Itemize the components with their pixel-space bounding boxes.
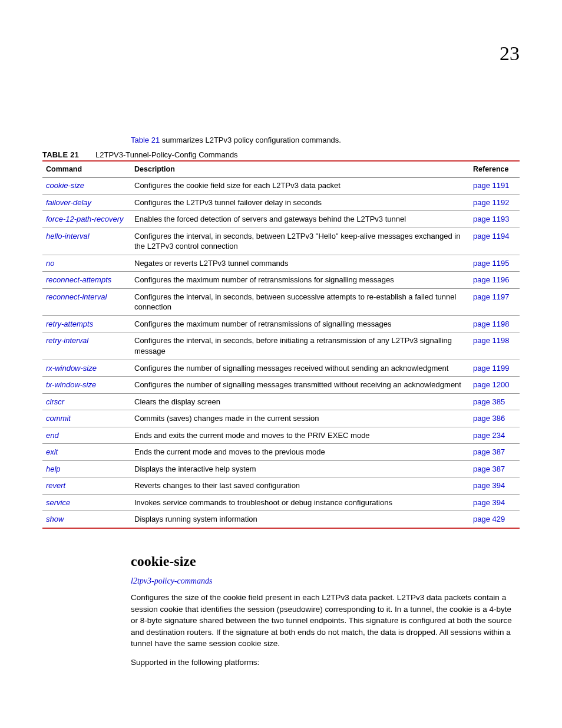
reference-link[interactable]: page 1191: [473, 181, 509, 190]
command-description: Configures the interval, in seconds, bef…: [131, 332, 470, 360]
section-heading: cookie-size: [131, 554, 520, 569]
table-row: endEnds and exits the current mode and m…: [42, 427, 520, 444]
command-link[interactable]: revert: [46, 481, 65, 490]
command-description: Clears the display screen: [131, 393, 470, 410]
table-row: exitEnds the current mode and moves to t…: [42, 444, 520, 461]
th-description: Description: [131, 161, 470, 177]
command-description: Configures the interval, in seconds, bet…: [131, 288, 470, 315]
command-link[interactable]: end: [46, 431, 59, 440]
command-link[interactable]: exit: [46, 447, 58, 456]
command-description: Reverts changes to their last saved conf…: [131, 477, 470, 495]
reference-link[interactable]: page 386: [473, 414, 505, 423]
table-row: reconnect-intervalConfigures the interva…: [42, 288, 520, 315]
table-row: serviceInvokes service commands to troub…: [42, 494, 520, 511]
command-description: Configures the maximum number of retrans…: [131, 272, 470, 289]
command-link[interactable]: service: [46, 498, 70, 507]
command-link[interactable]: reconnect-interval: [46, 292, 107, 301]
intro-rest: summarizes L2TPv3 policy configuration c…: [160, 136, 341, 144]
reference-link[interactable]: page 1195: [473, 259, 509, 268]
command-link[interactable]: cookie-size: [46, 181, 84, 190]
table-caption: TABLE 21 L2TPV3-Tunnel-Policy-Config Com…: [42, 150, 520, 159]
command-link[interactable]: no: [46, 259, 54, 268]
command-link[interactable]: retry-interval: [46, 336, 88, 345]
command-link[interactable]: clrscr: [46, 397, 64, 406]
table-row: rx-window-sizeConfigures the number of s…: [42, 360, 520, 377]
section-sublink[interactable]: l2tpv3-policy-commands: [131, 577, 520, 586]
command-description: Ends the current mode and moves to the p…: [131, 444, 470, 461]
reference-link[interactable]: page 385: [473, 397, 505, 406]
command-description: Commits (saves) changes made in the curr…: [131, 410, 470, 427]
reference-link[interactable]: page 1199: [473, 364, 509, 373]
reference-link[interactable]: page 1200: [473, 380, 509, 389]
command-description: Configures the number of signalling mess…: [131, 360, 470, 377]
reference-link[interactable]: page 1198: [473, 319, 509, 328]
reference-link[interactable]: page 1194: [473, 232, 509, 241]
section-para-1: Configures the size of the cookie field …: [131, 592, 520, 650]
table-row: force-12-path-recoveryEnables the forced…: [42, 211, 520, 228]
table-row: clrscrClears the display screenpage 385: [42, 393, 520, 410]
th-reference: Reference: [470, 161, 520, 177]
table-row: tx-window-sizeConfigures the number of s…: [42, 377, 520, 394]
reference-link[interactable]: page 1196: [473, 275, 509, 284]
main-content: Table 21 summarizes L2TPv3 policy config…: [131, 136, 520, 668]
commands-table: Command Description Reference cookie-siz…: [42, 160, 520, 529]
command-description: Configures the L2TPv3 tunnel failover de…: [131, 194, 470, 211]
command-link[interactable]: rx-window-size: [46, 364, 97, 373]
command-link[interactable]: commit: [46, 414, 71, 423]
reference-link[interactable]: page 1198: [473, 336, 509, 345]
table-row: cookie-sizeConfigures the cookie field s…: [42, 177, 520, 195]
command-description: Configures the interval, in seconds, bet…: [131, 228, 470, 255]
reference-link[interactable]: page 394: [473, 498, 505, 507]
reference-link[interactable]: page 1192: [473, 198, 509, 207]
command-link[interactable]: hello-interval: [46, 232, 90, 241]
command-description: Invokes service commands to troubleshoot…: [131, 494, 470, 511]
table-row: showDisplays running system informationp…: [42, 511, 520, 528]
command-description: Configures the number of signalling mess…: [131, 377, 470, 394]
command-description: Configures the cookie field size for eac…: [131, 177, 470, 195]
command-link[interactable]: failover-delay: [46, 198, 91, 207]
command-description: Negates or reverts L2TPv3 tunnel command…: [131, 255, 470, 272]
reference-link[interactable]: page 387: [473, 447, 505, 456]
table-title: L2TPV3-Tunnel-Policy-Config Commands: [95, 150, 238, 159]
reference-link[interactable]: page 387: [473, 465, 505, 473]
reference-link[interactable]: page 1193: [473, 215, 509, 223]
table-row: commitCommits (saves) changes made in th…: [42, 410, 520, 427]
reference-link[interactable]: page 429: [473, 515, 505, 523]
command-description: Configures the maximum number of retrans…: [131, 315, 470, 332]
table-row: reconnect-attemptsConfigures the maximum…: [42, 272, 520, 289]
table-row: failover-delayConfigures the L2TPv3 tunn…: [42, 194, 520, 211]
th-command: Command: [42, 161, 131, 177]
command-link[interactable]: force-12-path-recovery: [46, 215, 124, 223]
section-para-2: Supported in the following platforms:: [131, 657, 520, 668]
intro-line: Table 21 summarizes L2TPv3 policy config…: [131, 136, 520, 144]
table-row: retry-intervalConfigures the interval, i…: [42, 332, 520, 360]
command-description: Enables the forced detection of servers …: [131, 211, 470, 228]
reference-link[interactable]: page 234: [473, 431, 505, 440]
command-link[interactable]: reconnect-attempts: [46, 275, 111, 284]
table-row: retry-attemptsConfigures the maximum num…: [42, 315, 520, 332]
intro-link[interactable]: Table 21: [131, 136, 160, 144]
command-link[interactable]: retry-attempts: [46, 319, 93, 328]
table-row: revertReverts changes to their last save…: [42, 477, 520, 495]
reference-link[interactable]: page 1197: [473, 292, 509, 301]
reference-link[interactable]: page 394: [473, 481, 505, 490]
command-link[interactable]: help: [46, 465, 61, 473]
table-row: helpDisplays the interactive help system…: [42, 460, 520, 477]
command-description: Displays running system information: [131, 511, 470, 528]
command-description: Displays the interactive help system: [131, 460, 470, 477]
table-row: noNegates or reverts L2TPv3 tunnel comma…: [42, 255, 520, 272]
chapter-number: 23: [500, 42, 520, 65]
table-label: TABLE 21: [42, 150, 79, 159]
command-link[interactable]: tx-window-size: [46, 380, 96, 389]
command-link[interactable]: show: [46, 515, 64, 523]
command-description: Ends and exits the current mode and move…: [131, 427, 470, 444]
table-row: hello-intervalConfigures the interval, i…: [42, 228, 520, 255]
